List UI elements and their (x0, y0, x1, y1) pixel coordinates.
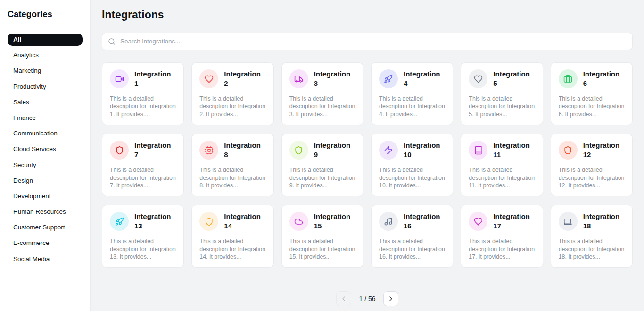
sidebar-item-communication[interactable]: Communication (8, 127, 83, 140)
integration-card-integration-12[interactable]: Integration 12This is a detailed descrip… (551, 134, 633, 196)
integration-card-integration-17[interactable]: Integration 17This is a detailed descrip… (461, 205, 543, 268)
briefcase-icon (559, 69, 578, 88)
card-header: Integration 13 (110, 212, 176, 231)
sidebar-item-social-media[interactable]: Social Media (8, 253, 83, 265)
laptop-icon (559, 212, 578, 231)
integration-card-integration-15[interactable]: Integration 15This is a detailed descrip… (281, 205, 363, 268)
sidebar-item-human-resources[interactable]: Human Resources (8, 206, 83, 218)
sidebar-item-cloud-services[interactable]: Cloud Services (8, 143, 83, 155)
sidebar: Categories AllAnalyticsMarketingProducti… (0, 0, 91, 311)
heart-icon (469, 212, 487, 231)
cpu-icon (199, 141, 218, 160)
card-title: Integration 3 (314, 69, 355, 88)
shield-icon (110, 141, 129, 160)
card-header: Integration 8 (199, 141, 265, 160)
card-title: Integration 7 (134, 141, 176, 160)
card-title: Integration 16 (404, 212, 445, 231)
sidebar-item-all[interactable]: All (8, 34, 83, 46)
chevron-left-icon (340, 295, 347, 303)
integration-card-integration-7[interactable]: Integration 7This is a detailed descript… (102, 134, 184, 196)
card-description: This is a detailed description for Integ… (289, 95, 355, 118)
rocket-icon (110, 212, 129, 231)
card-header: Integration 6 (559, 69, 625, 88)
card-header: Integration 16 (379, 212, 445, 231)
card-header: Integration 7 (110, 141, 176, 160)
pagination-bar: 1 / 56 (91, 286, 644, 311)
rocket-icon (379, 69, 398, 88)
integration-grid: Integration 1This is a detailed descript… (102, 62, 633, 268)
sidebar-item-e-commerce[interactable]: E-commerce (8, 237, 83, 249)
card-title: Integration 5 (493, 69, 535, 88)
card-description: This is a detailed description for Integ… (559, 95, 625, 118)
next-page-button[interactable] (383, 291, 398, 306)
card-title: Integration 11 (493, 141, 535, 160)
card-description: This is a detailed description for Integ… (199, 166, 265, 189)
integration-card-integration-9[interactable]: Integration 9This is a detailed descript… (281, 134, 363, 196)
zap-icon (379, 141, 398, 160)
card-description: This is a detailed description for Integ… (379, 95, 445, 118)
integration-card-integration-18[interactable]: Integration 18This is a detailed descrip… (551, 205, 633, 268)
card-description: This is a detailed description for Integ… (110, 166, 176, 189)
integration-card-integration-4[interactable]: Integration 4This is a detailed descript… (371, 62, 453, 125)
sidebar-item-security[interactable]: Security (8, 159, 83, 171)
card-description: This is a detailed description for Integ… (469, 166, 535, 189)
sidebar-item-development[interactable]: Development (8, 190, 83, 202)
prev-page-button[interactable] (336, 291, 351, 306)
card-description: This is a detailed description for Integ… (559, 166, 625, 189)
integration-card-integration-10[interactable]: Integration 10This is a detailed descrip… (371, 134, 453, 196)
card-description: This is a detailed description for Integ… (379, 237, 445, 261)
page-indicator: 1 / 56 (359, 295, 375, 303)
sidebar-item-sales[interactable]: Sales (8, 96, 83, 109)
card-title: Integration 2 (224, 69, 265, 88)
integration-card-integration-16[interactable]: Integration 16This is a detailed descrip… (371, 205, 453, 268)
integration-card-integration-11[interactable]: Integration 11This is a detailed descrip… (461, 134, 543, 196)
card-title: Integration 15 (314, 212, 355, 231)
card-header: Integration 12 (559, 141, 625, 160)
card-title: Integration 1 (134, 69, 176, 88)
card-description: This is a detailed description for Integ… (199, 237, 265, 261)
integration-card-integration-13[interactable]: Integration 13This is a detailed descrip… (102, 205, 184, 268)
integration-card-integration-2[interactable]: Integration 2This is a detailed descript… (191, 62, 273, 125)
page-title: Integrations (102, 8, 633, 21)
card-description: This is a detailed description for Integ… (559, 237, 625, 261)
card-header: Integration 10 (379, 141, 445, 160)
card-description: This is a detailed description for Integ… (469, 237, 535, 261)
sidebar-item-customer-support[interactable]: Customer Support (8, 221, 83, 234)
search-bar[interactable] (102, 33, 633, 50)
sidebar-item-marketing[interactable]: Marketing (8, 65, 83, 77)
sidebar-item-analytics[interactable]: Analytics (8, 49, 83, 61)
integration-card-integration-1[interactable]: Integration 1This is a detailed descript… (102, 62, 184, 125)
card-title: Integration 18 (583, 212, 625, 231)
search-icon (108, 38, 116, 45)
card-description: This is a detailed description for Integ… (379, 166, 445, 189)
card-header: Integration 18 (559, 212, 625, 231)
card-title: Integration 10 (404, 141, 445, 160)
card-header: Integration 4 (379, 69, 445, 88)
card-description: This is a detailed description for Integ… (110, 95, 176, 118)
integration-card-integration-6[interactable]: Integration 6This is a detailed descript… (551, 62, 633, 125)
integration-card-integration-5[interactable]: Integration 5This is a detailed descript… (461, 62, 543, 125)
card-header: Integration 2 (199, 69, 265, 88)
video-icon (110, 69, 129, 88)
shield-icon (289, 141, 308, 160)
card-title: Integration 8 (224, 141, 265, 160)
integration-card-integration-8[interactable]: Integration 8This is a detailed descript… (191, 134, 273, 196)
heart-icon (469, 69, 487, 88)
card-header: Integration 5 (469, 69, 535, 88)
app-window: Categories AllAnalyticsMarketingProducti… (0, 0, 644, 311)
card-header: Integration 17 (469, 212, 535, 231)
truck-icon (289, 69, 308, 88)
sidebar-item-finance[interactable]: Finance (8, 112, 83, 124)
integration-card-integration-14[interactable]: Integration 14This is a detailed descrip… (191, 205, 273, 268)
book-icon (469, 141, 487, 160)
card-description: This is a detailed description for Integ… (110, 237, 176, 261)
card-header: Integration 11 (469, 141, 535, 160)
card-title: Integration 6 (583, 69, 625, 88)
sidebar-item-design[interactable]: Design (8, 175, 83, 187)
integration-card-integration-3[interactable]: Integration 3This is a detailed descript… (281, 62, 363, 125)
card-description: This is a detailed description for Integ… (289, 237, 355, 261)
card-title: Integration 13 (134, 212, 176, 231)
sidebar-item-productivity[interactable]: Productivity (8, 81, 83, 93)
card-title: Integration 9 (314, 141, 355, 160)
search-input[interactable] (120, 38, 627, 45)
